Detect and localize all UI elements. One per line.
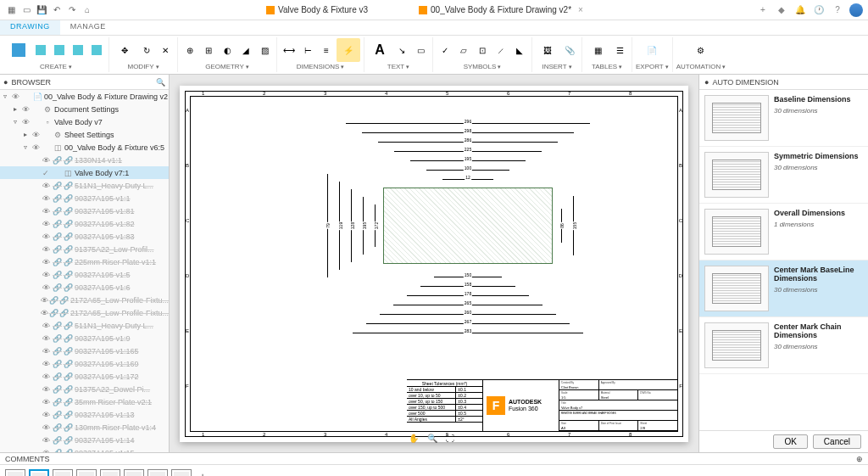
notifications-icon[interactable]: 🔔: [793, 3, 807, 17]
fit-icon[interactable]: ⛶: [446, 434, 459, 447]
tree-item[interactable]: 👁🔗🔗90327A195 v1:14: [0, 434, 169, 446]
cancel-button[interactable]: Cancel: [813, 434, 861, 449]
sheet-thumb-2[interactable]: [29, 469, 49, 477]
tree-item[interactable]: 👁🔗🔗90327A195 v1:9: [0, 332, 169, 344]
group-label[interactable]: INSERT: [542, 63, 571, 70]
surface-icon[interactable]: ✓: [437, 42, 453, 59]
home-icon[interactable]: ⌂: [81, 4, 93, 16]
tree-item[interactable]: 👁🔗🔗2172A65_Low-Profile-Fixtu...: [0, 294, 169, 306]
browser-header[interactable]: ●BROWSER 🔍: [0, 75, 169, 90]
tree-item[interactable]: 👁🔗🔗130mm Riser Plate v1:4: [0, 421, 169, 434]
undo-icon[interactable]: ↶: [51, 4, 63, 16]
dimension-options-list[interactable]: Baseline Dimensions30 dimensions Symmetr…: [699, 90, 868, 430]
tree-item[interactable]: 👁🔗🔗90327A195 v1:5: [0, 268, 169, 281]
projected-view-icon[interactable]: [32, 42, 49, 59]
sheet-thumb-7[interactable]: [147, 469, 168, 477]
clock-icon[interactable]: 🕐: [812, 3, 826, 17]
group-label[interactable]: MODIFY: [127, 63, 159, 70]
tab-drawing[interactable]: DRAWING: [0, 20, 60, 35]
tree-item[interactable]: 👁🔗🔗35mm Riser Plate v2:1: [0, 395, 169, 408]
zoom-icon[interactable]: 🔍: [427, 434, 441, 447]
tab-manage[interactable]: MANAGE: [60, 20, 116, 35]
taper-icon[interactable]: ◣: [511, 42, 528, 59]
comments-bar[interactable]: COMMENTS ⊕: [0, 452, 868, 464]
group-label[interactable]: AUTOMATION: [676, 63, 726, 70]
leader-icon[interactable]: ↘: [393, 42, 410, 59]
drawing-canvas[interactable]: 1122334455667788AABBCCDDEEFF 12100195225…: [170, 75, 698, 452]
edge-ext-icon[interactable]: ◐: [219, 42, 236, 59]
text-icon[interactable]: A: [368, 38, 392, 62]
group-label[interactable]: CREATE: [40, 63, 72, 70]
tree-item[interactable]: 👁🔗🔗90327A195 v1:172: [0, 370, 169, 383]
tree-item[interactable]: 👁🔗🔗91375A22_Dowel Pi...: [0, 383, 169, 395]
datum-icon[interactable]: ▱: [455, 42, 472, 59]
document-tab-1[interactable]: Valve Body & Fixture v3: [266, 5, 368, 14]
sheet-thumb-1[interactable]: [5, 469, 25, 477]
tree-item[interactable]: ▿👁📄00_Valve Body & Fixture Drawing v2: [0, 90, 169, 103]
weld-icon[interactable]: ⟋: [492, 42, 509, 59]
document-tab-2[interactable]: 00_Valve Body & Fixture Drawing v2* ×: [419, 5, 583, 14]
sheet-thumb-3[interactable]: [53, 469, 73, 477]
tree-item[interactable]: 👁🔗🔗90327A195 v1:83: [0, 230, 169, 243]
dimension-option[interactable]: Baseline Dimensions30 dimensions: [699, 90, 868, 147]
center-mark-icon[interactable]: ⊞: [200, 42, 217, 59]
file-icon[interactable]: ▭: [20, 4, 32, 16]
browser-tree[interactable]: ▿👁📄00_Valve Body & Fixture Drawing v2▸👁⚙…: [0, 90, 169, 452]
dimension-icon[interactable]: ⟷: [281, 42, 298, 59]
parts-list-icon[interactable]: ☰: [611, 42, 628, 59]
ordinate-icon[interactable]: ⊢: [299, 42, 316, 59]
close-icon[interactable]: ×: [578, 5, 583, 14]
attach-icon[interactable]: 📎: [561, 42, 578, 59]
tree-item[interactable]: ▸👁⚙Document Settings: [0, 103, 169, 115]
centerline-icon[interactable]: ⊕: [181, 42, 198, 59]
group-label[interactable]: DIMENSIONS: [297, 63, 345, 70]
baseline-icon[interactable]: ≡: [318, 42, 335, 59]
tree-item[interactable]: 👁🔗🔗91375A22_Low-Profil...: [0, 243, 169, 255]
dimension-option[interactable]: Center Mark BaseLine Dimensions30 dimens…: [699, 260, 868, 317]
app-menu-icon[interactable]: ▦: [5, 4, 17, 16]
tree-item[interactable]: ▿👁◫00_Valve Body & Fixture v6:5: [0, 141, 169, 154]
delete-icon[interactable]: ✕: [157, 42, 174, 59]
detail-view-icon[interactable]: [70, 42, 86, 59]
tree-item[interactable]: 👁🔗🔗90327A195 v1:165: [0, 344, 169, 357]
dimension-option[interactable]: Symmetric Dimensions30 dimensions: [699, 147, 868, 204]
tree-item[interactable]: 👁🔗🔗90327A195 v1:6: [0, 281, 169, 294]
feature-control-icon[interactable]: ⊡: [474, 42, 491, 59]
tree-item[interactable]: 👁🔗🔗511N1_Heavy Duty L...: [0, 179, 169, 192]
group-label[interactable]: GEOMETRY: [205, 63, 249, 70]
ok-button[interactable]: OK: [773, 434, 807, 449]
tree-item[interactable]: 👁🔗🔗90327A195 v1:82: [0, 217, 169, 230]
tree-item[interactable]: ▿👁▫Valve Body v7: [0, 115, 169, 128]
sheet-thumb-8[interactable]: [171, 469, 192, 477]
new-icon[interactable]: +: [756, 3, 770, 17]
table-icon[interactable]: ▦: [586, 38, 609, 62]
group-label[interactable]: TEXT: [387, 63, 409, 70]
tree-item[interactable]: 👁🔗🔗90327A195 v1:81: [0, 204, 169, 217]
sheet-thumb-5[interactable]: [100, 469, 120, 477]
hatch-icon[interactable]: ▨: [256, 42, 273, 59]
sheet-thumb-6[interactable]: [124, 469, 144, 477]
part-outline[interactable]: [383, 188, 553, 264]
search-icon[interactable]: 🔍: [156, 78, 165, 87]
group-label[interactable]: TABLES: [592, 63, 622, 70]
tree-item[interactable]: ▸👁⚙Sheet Settings: [0, 128, 169, 141]
tree-item[interactable]: ✓◫Valve Body v7:1: [0, 166, 169, 179]
rotate-icon[interactable]: ↻: [138, 42, 155, 59]
tree-item[interactable]: 👁🔗🔗511N1_Heavy Duty L...: [0, 319, 169, 332]
note-icon[interactable]: ▭: [412, 42, 429, 59]
export-pdf-icon[interactable]: 📄: [640, 38, 664, 62]
tree-item[interactable]: 👁🔗🔗2172A65_Low-Profile-Fixtu...: [0, 306, 169, 319]
tree-item[interactable]: 👁🔗🔗225mm Riser Plate v1:1: [0, 255, 169, 268]
group-label[interactable]: EXPORT: [636, 63, 669, 70]
add-sheet-button[interactable]: +: [195, 469, 210, 477]
help-icon[interactable]: ?: [831, 3, 844, 17]
tree-item[interactable]: 👁🔗🔗90327A195 v1:15: [0, 446, 169, 452]
sketch-icon[interactable]: ◢: [237, 42, 254, 59]
dimension-option[interactable]: Overall Dimensions1 dimensions: [699, 204, 868, 260]
expand-icon[interactable]: ⊕: [856, 455, 863, 463]
group-label[interactable]: SYMBOLS: [464, 63, 502, 70]
tree-item[interactable]: 👁🔗🔗90327A195 v1:1: [0, 192, 169, 204]
redo-icon[interactable]: ↷: [66, 4, 78, 16]
break-view-icon[interactable]: [88, 42, 105, 59]
automation-icon[interactable]: ⚙: [689, 38, 713, 62]
